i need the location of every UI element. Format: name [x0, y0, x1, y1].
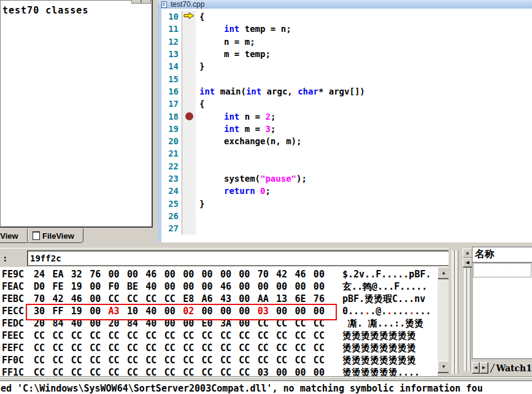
memory-scrollbar[interactable]: ▲ ▼ [438, 267, 449, 373]
memory-byte: 46 [220, 281, 239, 292]
editor-gutter[interactable] [182, 135, 196, 147]
editor-gutter[interactable] [182, 185, 196, 197]
editor-line[interactable]: 21 [161, 147, 532, 160]
editor-line[interactable]: 15 [161, 72, 532, 85]
editor-line[interactable]: 19int m = 3; [161, 123, 532, 135]
memory-byte: CC [220, 330, 239, 341]
memory-byte: CC [258, 355, 276, 366]
editor-line[interactable]: 24return 0; [161, 185, 532, 197]
code-token: 2 [265, 112, 270, 122]
editor-gutter[interactable] [182, 222, 196, 234]
current-statement-arrow-icon [183, 11, 195, 22]
memory-byte: CC [164, 355, 183, 366]
editor-line[interactable]: 12n = m; [161, 36, 532, 48]
memory-byte: 00 [183, 269, 201, 280]
editor-gutter[interactable] [182, 23, 196, 35]
memory-row[interactable]: FEFCCCCCCCCCCCCCCCCCCCCCCCCCCCCCCCCC烫烫烫烫… [0, 342, 438, 354]
editor-gutter[interactable] [182, 147, 196, 160]
memory-row[interactable]: FEBC70424600CCCCCCCCE8A64300AA136E76pBF.… [0, 293, 438, 305]
line-number: 15 [161, 74, 182, 84]
memory-row[interactable]: FF0CCCCCCCCCCCCCCCCCCCCCCCCCCCCCCCCC烫烫烫烫… [0, 354, 438, 366]
editor-gutter[interactable] [182, 98, 196, 110]
memory-byte: CC [90, 342, 108, 353]
memory-byte: BE [127, 281, 145, 292]
line-number: 11 [161, 24, 182, 34]
tree-root-item[interactable]: test70 classes [2, 5, 88, 16]
line-number: 10 [161, 12, 182, 21]
editor-line[interactable]: 18int n = 2; [161, 110, 532, 122]
memory-row[interactable]: FE9C24EA3276000046000000000070424600$.2v… [0, 268, 438, 280]
editor-gutter[interactable] [182, 172, 196, 185]
watch-empty-row[interactable] [473, 263, 531, 277]
editor-gutter[interactable] [182, 197, 196, 209]
editor-line[interactable]: 14} [161, 60, 532, 72]
divider-grip [455, 250, 458, 374]
code-editor[interactable]: 10{11int temp = n;12n = m;13m = temp;14}… [161, 9, 532, 242]
editor-gutter[interactable] [182, 36, 196, 48]
editor-gutter[interactable] [182, 210, 196, 222]
editor-line[interactable]: 17{ [161, 98, 532, 110]
memory-ascii: 烫烫烫烫烫烫.... [342, 367, 420, 377]
line-number: 18 [161, 112, 182, 122]
editor-line[interactable]: 25} [161, 197, 532, 209]
memory-byte: A6 [202, 293, 220, 304]
editor-line[interactable]: 11int temp = n; [161, 23, 532, 35]
editor-gutter[interactable] [182, 123, 196, 135]
tab-fileview[interactable]: FileView [27, 228, 83, 243]
code-text: return 0; [196, 186, 271, 196]
memory-byte: 00 [258, 281, 276, 292]
memory-byte: 70 [258, 269, 276, 280]
memory-byte: CC [127, 355, 145, 366]
class-tree[interactable]: test70 classes [0, 0, 153, 228]
memory-hex-view[interactable]: FE9C24EA3276000046000000000070424600$.2v… [0, 267, 438, 377]
editor-gutter[interactable] [182, 160, 196, 172]
editor-gutter[interactable] [182, 48, 196, 60]
editor-line[interactable]: 16int main(int argc, char* argv[]) [161, 85, 532, 98]
editor-gutter[interactable] [182, 110, 196, 122]
editor-titlebar[interactable]: test70.cpp [158, 0, 532, 9]
editor-line[interactable]: 27 [161, 222, 532, 234]
watch-drag-grip[interactable] [468, 268, 471, 371]
memory-rows: FE9C24EA3276000046000000000070424600$.2v… [0, 268, 438, 377]
memory-ascii-segment: $.2v..F.....pBF. [342, 269, 431, 280]
memory-byte: 42 [276, 269, 295, 280]
memory-ascii-segment: .@. [370, 306, 387, 317]
watch-drag-grip[interactable] [464, 268, 467, 371]
memory-address-input[interactable] [27, 250, 449, 266]
window-button-fragment [141, 0, 151, 4]
code-token: int [224, 112, 239, 122]
close-icon[interactable]: × [463, 249, 472, 258]
editor-line[interactable]: 20exchange(n, m); [161, 135, 532, 147]
editor-gutter[interactable] [182, 72, 196, 85]
line-number: 23 [161, 174, 182, 183]
scroll-up-icon[interactable]: ▲ [438, 267, 450, 279]
line-number: 17 [161, 99, 182, 109]
editor-line[interactable]: 13m = temp; [161, 48, 532, 60]
memory-byte: 00 [183, 281, 201, 292]
editor-line[interactable]: 10{ [161, 10, 532, 23]
memory-row[interactable]: FEECCCCCCCCCCCCCCCCCCCCCCCCCCCCCCCCC烫烫烫烫… [0, 330, 438, 342]
panel-divider[interactable] [449, 248, 461, 376]
memory-byte: CC [258, 342, 276, 353]
editor-line[interactable]: 22 [161, 160, 532, 172]
memory-row[interactable]: FEACD0FE1900F0BE40000000460000000000玄..鹁… [0, 280, 438, 293]
collapse-left-icon[interactable]: ◀ [463, 258, 472, 267]
scroll-down-icon[interactable]: ▼ [438, 361, 450, 373]
code-token: int [224, 24, 239, 34]
editor-line[interactable]: 23system("pause"); [161, 172, 532, 185]
memory-byte: 46 [71, 293, 90, 304]
tabs-scroll-right-icon[interactable]: ▶ [480, 362, 487, 373]
memory-row[interactable]: FF1CCCCCCCCCCCCCCCCCCCCCCCCC03000000烫烫烫烫… [0, 366, 438, 377]
editor-gutter[interactable] [182, 10, 196, 23]
memory-address: FEEC [2, 330, 24, 341]
tabs-scroll-left-icon[interactable]: ◀ [472, 362, 479, 373]
tab-watch1[interactable]: Watch1 [496, 363, 532, 373]
tab-classview[interactable]: sView [0, 228, 29, 243]
breakpoint-icon[interactable] [185, 112, 193, 120]
editor-gutter[interactable] [182, 85, 196, 98]
output-panel-border [0, 376, 532, 381]
code-text: int temp = n; [196, 24, 291, 34]
editor-line[interactable]: 26 [161, 210, 532, 222]
editor-gutter[interactable] [182, 60, 196, 72]
memory-byte: CC [90, 330, 108, 341]
